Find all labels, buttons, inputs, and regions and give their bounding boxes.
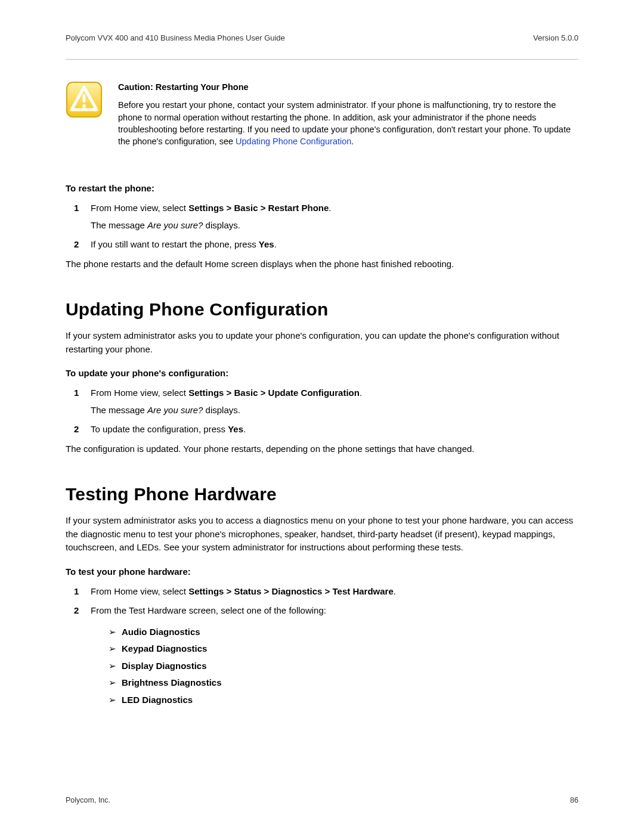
updating-step1-sub-italic: Are you sure?	[147, 405, 203, 415]
updating-step-1: 1 From Home view, select Settings > Basi…	[83, 386, 578, 417]
svg-rect-1	[83, 94, 86, 103]
step-number: 1	[74, 202, 79, 215]
testing-lead: To test your phone hardware:	[66, 566, 578, 577]
step-number: 2	[74, 238, 79, 252]
restart-step1-sub-italic: Are you sure?	[147, 220, 203, 230]
updating-step1-bold: Settings > Basic > Update Configuration	[188, 388, 360, 398]
restart-step1-pre: From Home view, select	[91, 203, 188, 213]
page-footer: Polycom, Inc. 86	[66, 796, 578, 804]
caution-callout: Caution: Restarting Your Phone Before yo…	[66, 81, 578, 147]
updating-step1-sub-pre: The message	[91, 405, 147, 415]
arrow-icon: ➢	[109, 658, 116, 675]
restart-steps: 1 From Home view, select Settings > Basi…	[66, 202, 578, 252]
link-updating-phone-config[interactable]: Updating Phone Configuration	[236, 137, 351, 146]
updating-step1-post: .	[360, 388, 362, 398]
svg-point-2	[82, 104, 86, 108]
restart-step2-bold: Yes	[259, 239, 274, 249]
diag-option-display: ➢Display Diagnostics	[109, 658, 578, 675]
restart-after: The phone restarts and the default Home …	[66, 258, 578, 271]
updating-intro: If your system administrator asks you to…	[66, 329, 578, 356]
diag-option-led: ➢LED Diagnostics	[109, 692, 578, 709]
heading-updating: Updating Phone Configuration	[66, 299, 578, 320]
restart-step1-post: .	[329, 203, 331, 213]
diag-keypad-label: Keypad Diagnostics	[122, 643, 207, 654]
testing-step1-post: .	[394, 586, 396, 596]
page-header: Polycom VVX 400 and 410 Business Media P…	[66, 33, 578, 60]
diagnostics-options: ➢Audio Diagnostics ➢Keypad Diagnostics ➢…	[91, 624, 578, 709]
step-number: 2	[74, 423, 79, 436]
step-number: 1	[74, 386, 79, 400]
testing-step1-pre: From Home view, select	[91, 586, 188, 596]
diag-option-keypad: ➢Keypad Diagnostics	[109, 640, 578, 658]
caution-icon	[66, 81, 107, 147]
restart-step1-sub-post: displays.	[203, 220, 240, 230]
footer-page-number: 86	[570, 796, 578, 804]
arrow-icon: ➢	[109, 624, 116, 641]
updating-step-2: 2 To update the configuration, press Yes…	[83, 423, 578, 436]
testing-step2-text: From the Test Hardware screen, select on…	[91, 605, 326, 615]
arrow-icon: ➢	[109, 692, 116, 709]
restart-lead: To restart the phone:	[66, 183, 578, 193]
updating-step2-bold: Yes	[228, 424, 243, 434]
testing-steps: 1 From Home view, select Settings > Stat…	[66, 585, 578, 709]
arrow-icon: ➢	[109, 640, 116, 658]
restart-step2-pre: If you still want to restart the phone, …	[91, 239, 259, 249]
document-page: Polycom VVX 400 and 410 Business Media P…	[0, 0, 644, 833]
restart-step1-sub-pre: The message	[91, 220, 147, 230]
footer-company: Polycom, Inc.	[66, 796, 110, 804]
caution-text: Caution: Restarting Your Phone Before yo…	[118, 81, 578, 147]
diag-option-brightness: ➢Brightness Diagnostics	[109, 674, 578, 692]
diag-audio-label: Audio Diagnostics	[122, 627, 200, 637]
updating-step1-sub: The message Are you sure? displays.	[91, 404, 578, 417]
updating-step2-post: .	[243, 424, 246, 434]
testing-intro: If your system administrator asks you to…	[66, 514, 578, 555]
restart-step1-sub: The message Are you sure? displays.	[91, 219, 578, 233]
testing-step-1: 1 From Home view, select Settings > Stat…	[83, 585, 578, 599]
testing-step1-bold: Settings > Status > Diagnostics > Test H…	[188, 586, 394, 596]
restart-step2-post: .	[274, 239, 277, 249]
diag-brightness-label: Brightness Diagnostics	[122, 677, 222, 688]
caution-body: Before you restart your phone, contact y…	[118, 99, 578, 147]
diag-led-label: LED Diagnostics	[122, 695, 193, 705]
updating-after: The configuration is updated. Your phone…	[66, 442, 578, 456]
updating-steps: 1 From Home view, select Settings > Basi…	[66, 386, 578, 436]
diag-display-label: Display Diagnostics	[122, 661, 207, 671]
restart-step1-bold: Settings > Basic > Restart Phone	[188, 203, 329, 213]
updating-step2-pre: To update the configuration, press	[91, 424, 228, 434]
heading-testing: Testing Phone Hardware	[66, 484, 578, 504]
caution-body-post: .	[351, 137, 354, 146]
doc-version: Version 5.0.0	[533, 33, 578, 42]
step-number: 2	[74, 604, 79, 618]
caution-title: Caution: Restarting Your Phone	[118, 81, 578, 93]
doc-title: Polycom VVX 400 and 410 Business Media P…	[66, 33, 285, 42]
restart-step-2: 2 If you still want to restart the phone…	[83, 238, 578, 252]
updating-step1-pre: From Home view, select	[91, 388, 188, 398]
updating-lead: To update your phone's configuration:	[66, 368, 578, 378]
restart-step-1: 1 From Home view, select Settings > Basi…	[83, 202, 578, 232]
testing-step-2: 2 From the Test Hardware screen, select …	[83, 604, 578, 708]
arrow-icon: ➢	[109, 674, 116, 692]
step-number: 1	[74, 585, 79, 599]
diag-option-audio: ➢Audio Diagnostics	[109, 624, 578, 641]
updating-step1-sub-post: displays.	[203, 405, 240, 415]
